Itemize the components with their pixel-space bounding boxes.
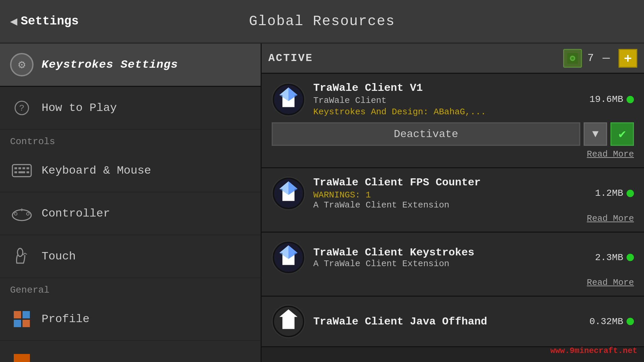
resource-size-area-trawale-fps: 1.2MB (595, 188, 634, 198)
sidebar-item-profile[interactable]: Profile (0, 298, 261, 341)
resource-size-area-trawale-offhand: 0.32MB (589, 316, 634, 327)
how-to-play-label: How to Play (42, 102, 117, 114)
read-more-button-trawale-fps[interactable]: Read More (587, 214, 634, 224)
sidebar-item-how-to-play[interactable]: ? How to Play (0, 87, 261, 130)
resource-keywords-trawale-v1: Keystrokes And Design: ABahaG,... (313, 107, 581, 117)
svg-rect-3 (14, 167, 17, 169)
keyboard-mouse-label: Keyboard & Mouse (42, 164, 151, 177)
svg-rect-28 (627, 55, 629, 62)
resource-logo-trawale-keystrokes (272, 241, 305, 274)
svg-point-15 (17, 248, 23, 256)
svg-rect-4 (18, 167, 21, 169)
sidebar: ⚙ Keystrokes Settings ? How to Play Cont… (0, 44, 262, 362)
sidebar-item-controller[interactable]: Controller (0, 192, 261, 235)
sidebar-item-keyboard-mouse[interactable]: Keyboard & Mouse (0, 149, 261, 192)
resource-size-trawale-fps: 1.2MB (595, 188, 623, 198)
right-panel: ACTIVE 7 — (262, 44, 644, 362)
resource-header-trawale-offhand: TraWale Client Java Offhand 0.32MB (272, 305, 634, 338)
resource-size-area-trawale-v1: 19.6MB (589, 94, 634, 105)
active-label: ACTIVE (268, 52, 558, 64)
confirm-button[interactable]: ✔ (610, 122, 634, 146)
resource-size-trawale-v1: 19.6MB (589, 94, 623, 105)
resource-logo-trawale-v1 (272, 83, 305, 116)
check-icon: ✔ (619, 127, 626, 141)
extra-icon (10, 350, 34, 362)
active-pack-icon (563, 49, 582, 68)
resource-item-trawale-v1: TraWale Client V1 TraWale Client Keystro… (262, 74, 644, 168)
resource-desc-trawale-fps: A TraWale Client Extension (313, 200, 587, 210)
svg-rect-21 (22, 320, 30, 327)
resource-info-trawale-keystrokes: TraWale Client Keystrokes A TraWale Clie… (313, 246, 587, 269)
resource-logo-trawale-fps (272, 177, 305, 210)
svg-rect-6 (26, 167, 29, 169)
resource-name-trawale-offhand: TraWale Client Java Offhand (313, 315, 581, 328)
resource-name-trawale-v1: TraWale Client V1 (313, 82, 581, 94)
header: ◀ Settings Global Resources (0, 0, 644, 44)
controller-label: Controller (42, 207, 110, 220)
back-button[interactable]: ◀ Settings (10, 14, 79, 29)
sidebar-header-label: Keystrokes Settings (42, 58, 178, 71)
resource-item-trawale-offhand: TraWale Client Java Offhand 0.32MB (262, 297, 644, 347)
main-layout: ⚙ Keystrokes Settings ? How to Play Cont… (0, 44, 644, 362)
svg-point-25 (571, 57, 574, 60)
svg-rect-18 (14, 311, 21, 318)
active-dot-trawale-offhand (627, 318, 634, 325)
deactivate-label: Deactivate (394, 128, 458, 140)
controller-icon (10, 202, 34, 225)
active-count: 7 (587, 52, 594, 64)
resource-desc-trawale-keystrokes: A TraWale Client Extension (313, 259, 587, 269)
deactivate-button[interactable]: Deactivate (272, 122, 580, 146)
resource-item-trawale-fps: TraWale Client FPS Counter WARNINGS: 1 A… (262, 168, 644, 233)
gear-icon: ⚙ (10, 53, 34, 76)
svg-rect-9 (26, 171, 29, 173)
touch-icon (10, 245, 34, 268)
deactivate-row: Deactivate ▼ ✔ (272, 122, 634, 146)
active-bar: ACTIVE 7 — (262, 44, 644, 74)
resource-size-trawale-offhand: 0.32MB (589, 316, 623, 327)
resource-name-trawale-fps: TraWale Client FPS Counter (313, 176, 587, 189)
svg-rect-20 (14, 320, 21, 327)
resource-author-trawale-v1: TraWale Client (313, 96, 581, 106)
svg-text:?: ? (19, 103, 24, 113)
active-yellow-button[interactable] (619, 49, 637, 68)
svg-rect-5 (22, 167, 25, 169)
active-dot-trawale-fps (627, 190, 634, 197)
svg-point-11 (14, 213, 17, 215)
active-dot-trawale-keystrokes (627, 254, 634, 261)
sidebar-item-touch[interactable]: Touch (0, 235, 261, 278)
resource-header-trawale-v1: TraWale Client V1 TraWale Client Keystro… (272, 82, 634, 117)
page-title: Global Resources (249, 13, 395, 29)
resource-info-trawale-fps: TraWale Client FPS Counter WARNINGS: 1 A… (313, 176, 587, 210)
svg-rect-8 (18, 171, 25, 173)
arrow-down-icon: ▼ (592, 128, 598, 140)
svg-rect-14 (21, 208, 22, 211)
resource-size-area-trawale-keystrokes: 2.3MB (595, 252, 634, 263)
sidebar-item-extra[interactable] (0, 341, 261, 362)
svg-rect-19 (22, 311, 30, 318)
read-more-button-trawale-v1[interactable]: Read More (587, 149, 634, 159)
resource-info-trawale-v1: TraWale Client V1 TraWale Client Keystro… (313, 82, 581, 117)
resource-warning-trawale-fps: WARNINGS: 1 (313, 190, 587, 200)
read-more-row-trawale-fps: Read More (272, 214, 634, 224)
read-more-button-trawale-keystrokes[interactable]: Read More (587, 278, 634, 288)
touch-label: Touch (42, 250, 76, 263)
resource-name-trawale-keystrokes: TraWale Client Keystrokes (313, 246, 587, 259)
move-down-button[interactable]: ▼ (584, 122, 607, 146)
sidebar-item-keystrokes-settings[interactable]: ⚙ Keystrokes Settings (0, 44, 261, 87)
keyboard-icon (10, 159, 34, 182)
read-more-row-trawale-v1: Read More (272, 149, 634, 159)
profile-icon (10, 307, 34, 331)
svg-rect-7 (14, 171, 17, 173)
profile-label: Profile (42, 313, 90, 325)
general-section-label: General (0, 278, 261, 298)
resource-item-trawale-keystrokes: TraWale Client Keystrokes A TraWale Clie… (262, 233, 644, 297)
active-dot-trawale-v1 (627, 96, 634, 103)
svg-rect-2 (12, 165, 31, 177)
active-minus: — (599, 51, 613, 65)
watermark: www.9minecraft.net (550, 346, 637, 355)
read-more-row-trawale-keystrokes: Read More (272, 278, 634, 288)
resource-header-trawale-fps: TraWale Client FPS Counter WARNINGS: 1 A… (272, 176, 634, 210)
svg-point-12 (26, 213, 29, 215)
resource-info-trawale-offhand: TraWale Client Java Offhand (313, 315, 581, 328)
resource-logo-trawale-offhand (272, 305, 305, 338)
